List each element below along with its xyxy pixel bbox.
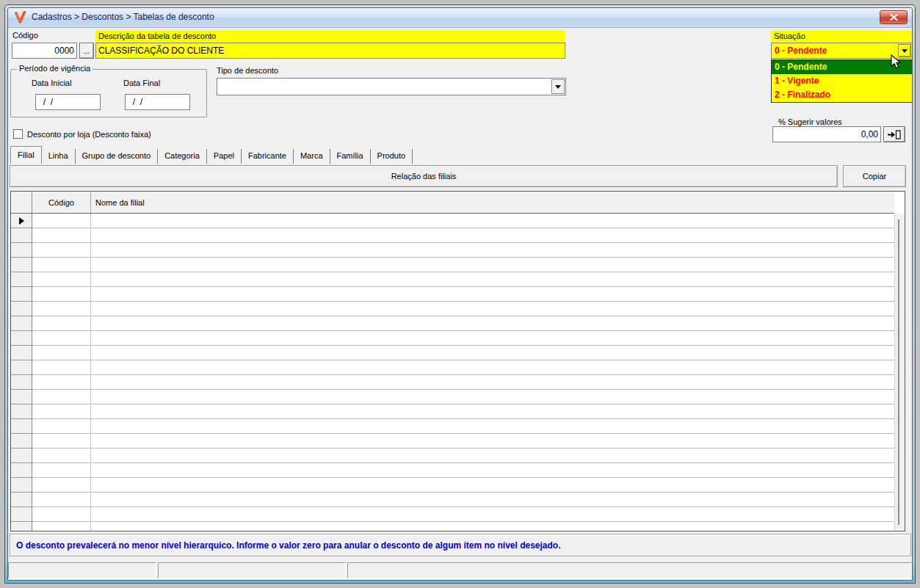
cell-codigo[interactable]: [32, 258, 91, 272]
table-row[interactable]: [11, 302, 894, 316]
cell-codigo[interactable]: [32, 287, 91, 302]
table-row[interactable]: [11, 522, 894, 531]
cell-codigo[interactable]: [32, 449, 91, 463]
table-row[interactable]: [11, 493, 894, 507]
grid-vertical-scrollbar[interactable]: [894, 214, 905, 531]
tab-linha[interactable]: Linha: [42, 149, 76, 164]
row-indicator: [11, 360, 32, 375]
data-final-input[interactable]: [125, 94, 190, 110]
cell-codigo[interactable]: [32, 331, 91, 346]
table-row[interactable]: [11, 449, 894, 463]
cell-nome-da-filial[interactable]: [91, 258, 894, 272]
tab-grupo-de-desconto[interactable]: Grupo de desconto: [76, 149, 159, 164]
table-row[interactable]: [11, 228, 894, 243]
cell-nome-da-filial[interactable]: [91, 228, 894, 243]
cell-nome-da-filial[interactable]: [91, 419, 894, 434]
tipo-desconto-dropdown-button[interactable]: [551, 79, 565, 94]
table-row[interactable]: [11, 390, 894, 404]
tab-papel[interactable]: Papel: [207, 149, 242, 164]
cell-codigo[interactable]: [32, 302, 91, 316]
cell-codigo[interactable]: [32, 360, 91, 375]
tab-categoria[interactable]: Categoria: [158, 149, 207, 164]
cell-nome-da-filial[interactable]: [91, 449, 894, 463]
cell-nome-da-filial[interactable]: [91, 214, 894, 228]
cell-codigo[interactable]: [32, 463, 91, 478]
tab-produto[interactable]: Produto: [371, 149, 413, 164]
table-row[interactable]: [11, 463, 894, 478]
cell-nome-da-filial[interactable]: [91, 316, 894, 331]
cell-nome-da-filial[interactable]: [91, 478, 894, 493]
desconto-por-loja-label: Desconto por loja (Desconto faixa): [27, 130, 151, 139]
scrollbar-thumb[interactable]: [898, 219, 899, 525]
descricao-input[interactable]: [95, 43, 565, 59]
cell-nome-da-filial[interactable]: [91, 434, 894, 449]
cell-codigo[interactable]: [32, 478, 91, 493]
situacao-option-2---finalizado[interactable]: 2 - Finalizado: [772, 88, 912, 102]
cell-codigo[interactable]: [32, 390, 91, 404]
cell-nome-da-filial[interactable]: [91, 360, 894, 375]
cell-nome-da-filial[interactable]: [91, 243, 894, 258]
cell-codigo[interactable]: [32, 272, 91, 287]
cell-codigo[interactable]: [32, 404, 91, 419]
row-indicator: [11, 316, 32, 331]
cell-codigo[interactable]: [32, 228, 91, 243]
cell-codigo[interactable]: [32, 316, 91, 331]
cell-nome-da-filial[interactable]: [91, 390, 894, 404]
grid-header-nome: Nome da filial: [91, 192, 894, 213]
situacao-option-0---pendente[interactable]: 0 - Pendente: [772, 60, 912, 74]
sugerir-input[interactable]: [772, 126, 881, 142]
cell-codigo[interactable]: [32, 493, 91, 507]
table-row[interactable]: [11, 258, 894, 272]
cell-codigo[interactable]: [32, 507, 91, 522]
table-row[interactable]: [11, 331, 894, 346]
cell-nome-da-filial[interactable]: [91, 302, 894, 316]
tab-fabricante[interactable]: Fabricante: [242, 149, 294, 164]
cell-nome-da-filial[interactable]: [91, 346, 894, 360]
codigo-input[interactable]: [12, 43, 77, 59]
situacao-dropdown-button[interactable]: [898, 44, 911, 57]
tipo-desconto-combobox[interactable]: [217, 78, 566, 95]
cell-nome-da-filial[interactable]: [91, 404, 894, 419]
situacao-combobox[interactable]: 0 - Pendente: [771, 43, 913, 59]
cell-codigo[interactable]: [32, 522, 91, 531]
tab-familia[interactable]: Família: [330, 149, 371, 164]
cell-codigo[interactable]: [32, 434, 91, 449]
table-row[interactable]: [11, 419, 894, 434]
table-row[interactable]: [11, 316, 894, 331]
tab-marca[interactable]: Marca: [294, 149, 330, 164]
table-row[interactable]: [11, 346, 894, 360]
apply-suggested-values-button[interactable]: [883, 126, 905, 142]
situacao-dropdown-list: 0 - Pendente1 - Vigente2 - Finalizado: [771, 59, 913, 103]
table-row[interactable]: [11, 287, 894, 302]
cell-nome-da-filial[interactable]: [91, 287, 894, 302]
table-row[interactable]: [11, 478, 894, 493]
cell-nome-da-filial[interactable]: [91, 507, 894, 522]
close-button[interactable]: [880, 10, 908, 24]
table-row[interactable]: [11, 434, 894, 449]
desconto-por-loja-checkbox[interactable]: [13, 129, 23, 139]
cell-nome-da-filial[interactable]: [91, 375, 894, 390]
tab-filial[interactable]: Filial: [10, 146, 42, 164]
data-inicial-input[interactable]: [35, 94, 101, 110]
cell-nome-da-filial[interactable]: [91, 331, 894, 346]
table-row[interactable]: [11, 243, 894, 258]
cell-codigo[interactable]: [32, 214, 91, 228]
cell-nome-da-filial[interactable]: [91, 272, 894, 287]
cell-codigo[interactable]: [32, 419, 91, 434]
cell-nome-da-filial[interactable]: [91, 463, 894, 478]
table-row[interactable]: [11, 507, 894, 522]
cell-nome-da-filial[interactable]: [91, 493, 894, 507]
cell-codigo[interactable]: [32, 375, 91, 390]
cell-codigo[interactable]: [32, 243, 91, 258]
cell-nome-da-filial[interactable]: [91, 522, 894, 531]
row-indicator: [11, 434, 32, 449]
copy-button[interactable]: Copiar: [843, 165, 906, 187]
codigo-browse-button[interactable]: ...: [79, 43, 94, 59]
table-row[interactable]: [11, 404, 894, 419]
table-row[interactable]: [11, 375, 894, 390]
cell-codigo[interactable]: [32, 346, 91, 360]
table-row[interactable]: [11, 272, 894, 287]
table-row[interactable]: [11, 360, 894, 375]
table-row[interactable]: [11, 214, 894, 228]
situacao-option-1---vigente[interactable]: 1 - Vigente: [772, 74, 912, 88]
